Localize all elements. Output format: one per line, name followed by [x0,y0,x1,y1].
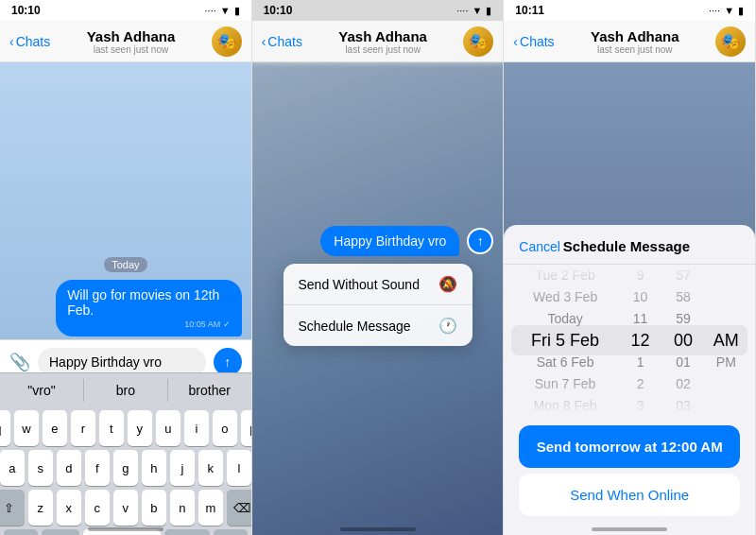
key-n[interactable]: n [170,490,195,526]
attach-icon-1[interactable]: 📎 [9,352,30,372]
back-label-1: Chats [16,34,51,49]
key-mic[interactable]: 🎙 [214,529,248,535]
picker-ampm-1 [705,286,747,308]
key-h[interactable]: h [142,450,166,486]
back-label-3: Chats [520,34,555,49]
predictive-item-3[interactable]: brother [168,379,251,402]
key-t[interactable]: t [99,410,124,446]
avatar-1[interactable]: 🎭 [212,26,242,57]
picker-day-1: Wed 3 Feb [511,286,618,308]
contact-status-1: last seen just now [94,44,169,55]
key-s[interactable]: s [28,450,53,486]
picker-day-3: Fri 5 Feb [511,330,618,352]
key-k[interactable]: k [198,450,223,486]
picker-day-5: Sun 7 Feb [511,372,618,394]
predictive-item-1[interactable]: "vro" [0,379,84,402]
context-menu-label-2: Schedule Message [299,319,411,334]
nav-bar-1: ‹ Chats Yash Adhana last seen just now 🎭 [0,21,251,62]
predictive-bar-1: "vro" bro brother [0,372,251,406]
key-w[interactable]: w [14,410,39,446]
contact-name-3: Yash Adhana [591,28,679,44]
chevron-left-icon-2: ‹ [262,34,266,49]
picker-hour-1: 10 [619,286,662,308]
status-bar-1: 10:10 ···· ▼ ▮ [0,0,251,21]
key-i[interactable]: i [184,410,209,446]
back-button-2[interactable]: ‹ Chats [262,34,302,49]
key-r[interactable]: r [71,410,95,446]
context-send-icon: ↑ [467,228,493,254]
status-icons-2: ···· ▼ ▮ [456,5,491,17]
back-button-1[interactable]: ‹ Chats [9,34,50,49]
battery-icon-2: ▮ [486,5,491,17]
key-o[interactable]: o [213,410,237,446]
picker-ampm-6 [705,394,747,416]
key-emoji[interactable]: ☺ [4,529,38,535]
nav-bar-2: ‹ Chats Yash Adhana last seen just now 🎭 [252,21,504,62]
picker-min-0: 57 [662,265,704,286]
key-123[interactable]: 123 [42,529,79,535]
key-v[interactable]: v [113,490,138,526]
key-d[interactable]: d [57,450,81,486]
picker-day-2: Today [511,308,618,330]
context-menu-item-2[interactable]: Schedule Message 🕐 [284,305,472,346]
key-f[interactable]: f [85,450,110,486]
battery-icon-1: ▮ [234,5,240,17]
key-g[interactable]: g [113,450,138,486]
keyboard-row-2: a s d f g h j k l [2,450,249,486]
key-delete[interactable]: ⌫ [227,490,252,526]
status-icons-1: ···· ▼ ▮ [205,5,240,17]
picker-hour-column[interactable]: 9 10 11 12 1 2 3 [619,265,662,416]
status-time-2: 10:10 [264,4,293,17]
key-q[interactable]: q [0,410,10,446]
avatar-3[interactable]: 🎭 [715,26,746,57]
home-indicator-1 [88,527,163,531]
picker-min-3: 00 [662,330,704,352]
key-z[interactable]: z [28,490,53,526]
contact-status-3: last seen just now [597,44,673,55]
wifi-icon-2: ▼ [472,5,482,16]
panel-1: 10:10 ···· ▼ ▮ ‹ Chats Yash Adhana last … [0,0,252,535]
picker-hour-6: 3 [619,394,662,416]
picker-hour-3: 12 [619,330,662,352]
picker-hour-4: 1 [619,351,662,372]
picker-day-0: Tue 2 Feb [511,265,618,286]
home-indicator-3 [592,527,667,531]
avatar-2[interactable]: 🎭 [463,26,493,57]
picker-ampm-column[interactable]: AM PM [705,265,747,416]
key-y[interactable]: y [128,410,152,446]
context-message-text: Happy Birthday vro [334,233,446,249]
schedule-title: Schedule Message [563,238,690,254]
contact-name-1: Yash Adhana [87,28,176,44]
keyboard-row-1: q w e r t y u i o p [2,410,249,446]
picker-minute-column[interactable]: 57 58 59 00 01 02 03 [662,265,704,416]
key-c[interactable]: c [85,490,110,526]
back-button-3[interactable]: ‹ Chats [513,34,554,49]
context-menu-item-1[interactable]: Send Without Sound 🔕 [284,264,472,305]
send-when-online-button[interactable]: Send When Online [519,474,740,516]
send-tomorrow-button[interactable]: Send tomorrow at 12:00 AM [519,425,740,468]
home-indicator-2 [340,527,416,531]
key-return[interactable]: return [164,529,210,535]
panel-3: 10:11 ···· ▼ ▮ ‹ Chats Yash Adhana last … [504,0,756,535]
date-time-picker[interactable]: Tue 2 Feb Wed 3 Feb Today Fri 5 Feb Sat … [504,265,755,416]
predictive-item-2[interactable]: bro [84,379,168,402]
key-e[interactable]: e [43,410,67,446]
picker-day-column[interactable]: Tue 2 Feb Wed 3 Feb Today Fri 5 Feb Sat … [511,265,618,416]
key-j[interactable]: j [170,450,195,486]
key-x[interactable]: x [57,490,81,526]
status-time-1: 10:10 [11,4,41,17]
key-shift[interactable]: ⇧ [0,490,25,526]
schedule-header: Cancel Schedule Message [504,225,755,265]
key-u[interactable]: u [156,410,180,446]
key-a[interactable]: a [0,450,25,486]
key-m[interactable]: m [198,490,223,526]
picker-min-5: 02 [662,372,704,394]
key-p[interactable]: p [241,410,252,446]
key-b[interactable]: b [142,490,166,526]
nav-bar-3: ‹ Chats Yash Adhana last seen just now 🎭 [504,21,755,62]
picker-hour-0: 9 [619,265,662,286]
schedule-cancel-button[interactable]: Cancel [519,239,560,254]
key-l[interactable]: l [227,450,251,486]
message-text-1: Will go for movies on 12th Feb. [67,287,219,318]
wifi-icon-1: ▼ [220,5,231,16]
